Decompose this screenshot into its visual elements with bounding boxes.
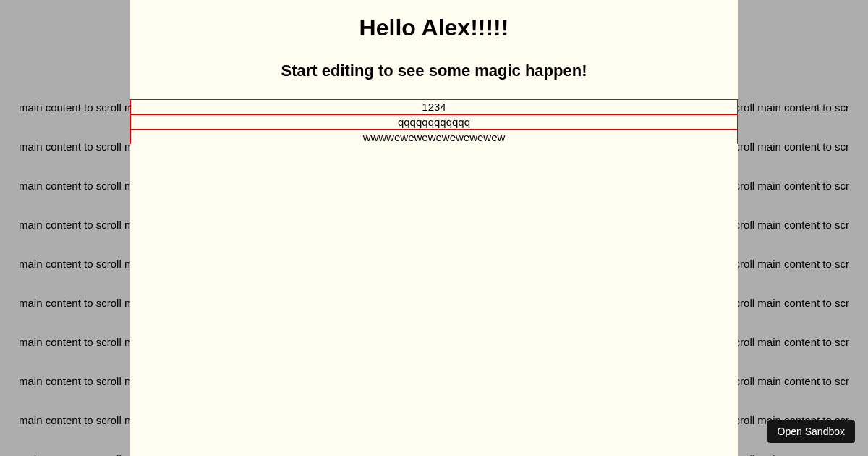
list-container: 1234qqqqqqqqqqqqwwwwewewewewewewewew: [130, 99, 738, 144]
list-item: wwwwewewewewewewewew: [130, 130, 738, 144]
page-title: Hello Alex!!!!!: [130, 14, 738, 41]
list-item: 1234: [130, 99, 738, 114]
open-sandbox-button[interactable]: Open Sandbox: [767, 420, 855, 443]
page-subtitle: Start editing to see some magic happen!: [130, 62, 738, 80]
list-item: qqqqqqqqqqqq: [130, 114, 738, 130]
main-panel: Hello Alex!!!!! Start editing to see som…: [130, 0, 738, 456]
